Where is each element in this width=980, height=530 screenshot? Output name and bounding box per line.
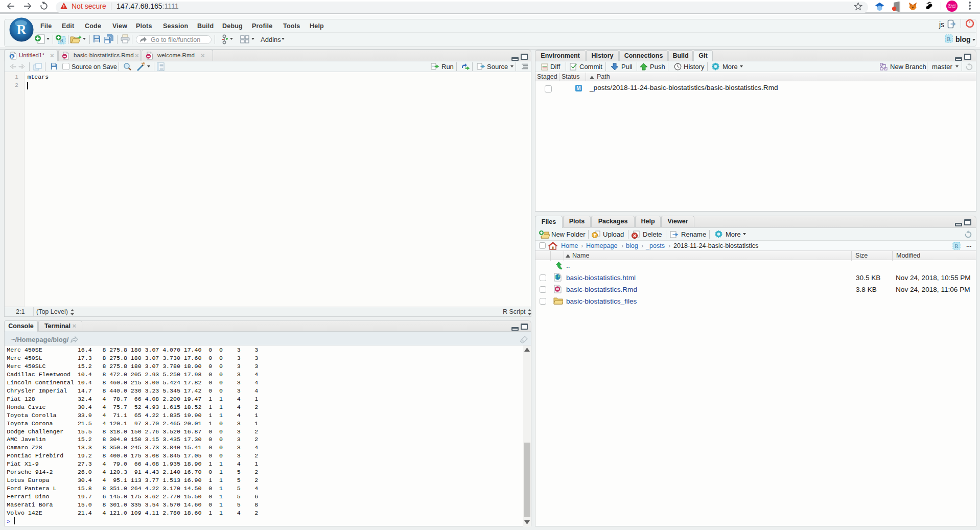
svg-text:R: R — [10, 54, 14, 59]
svg-text:R: R — [955, 243, 959, 249]
